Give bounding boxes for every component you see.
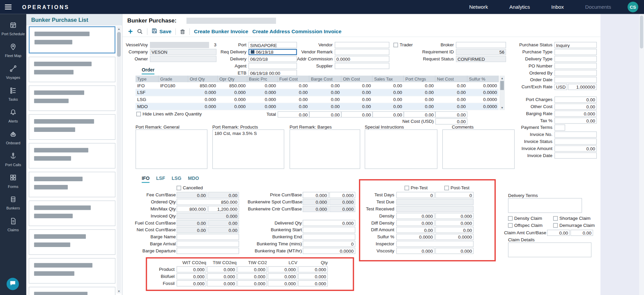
co2-biofuel-lcv[interactable]: 0.000 [268, 273, 297, 279]
company-field[interactable]: VESON [150, 49, 216, 55]
sidebar-item-voyages[interactable]: Voyages [0, 62, 26, 84]
port-field[interactable]: SINGAPORE [249, 42, 297, 48]
claim-details-field[interactable] [508, 242, 592, 257]
diff-amount-post-field[interactable]: 0.00 [435, 227, 474, 233]
save-button[interactable]: Save [152, 28, 171, 35]
claim-amt-curr-field[interactable]: 0.00 [547, 230, 570, 236]
barge-name-field[interactable] [177, 234, 239, 240]
fuel-cost-curr-field[interactable]: 0.00 [177, 220, 208, 226]
port-charges-field[interactable]: 0.00 [554, 97, 597, 103]
ordered-qty-field[interactable]: 850.000 [177, 199, 239, 205]
viscosity-post-field[interactable]: 0.000 [435, 248, 474, 254]
purchase-type-field[interactable] [554, 49, 597, 55]
co2-biofuel-wtt[interactable]: 0.000 [177, 273, 206, 279]
diff-density-post-field[interactable]: 0.000 [435, 220, 474, 226]
nav-documents[interactable]: Documents [585, 4, 611, 10]
order-row-mdo[interactable]: MDO 0.0000.000 0.0000.00 0.000.00 0.000.… [136, 103, 498, 110]
order-row-lsg[interactable]: LSG 0.0000.000 0.0000.00 0.000.00 0.000.… [136, 96, 498, 103]
user-avatar[interactable]: CS [628, 2, 638, 12]
test-received-field[interactable] [396, 206, 474, 212]
barging-rate-field[interactable]: 0.000 [554, 110, 597, 116]
delivery-field[interactable]: 06/20/18 [249, 56, 297, 62]
net-cost-base-field[interactable]: 0.00 [208, 227, 239, 233]
create-bunker-invoice-button[interactable]: Create Bunker Invoice [194, 29, 248, 34]
bunkerwire-spot-base-field[interactable]: 0.000 [329, 199, 355, 205]
list-item[interactable] [29, 57, 115, 82]
co2-biofuel-ttw[interactable]: 0.000 [237, 273, 267, 279]
bunkerwire-cntr-curr-field[interactable]: 0.000 [303, 206, 328, 212]
max-qty-field[interactable]: 1,200.000 [208, 206, 239, 212]
list-item[interactable] [29, 287, 115, 295]
nav-network[interactable]: Network [469, 4, 488, 10]
tab-order[interactable]: Order [142, 67, 154, 75]
sidebar-item-fleet-map[interactable]: Fleet Map [0, 40, 26, 62]
add-button[interactable]: + [128, 28, 133, 35]
density-post-field[interactable]: 0.000 [435, 213, 474, 219]
pre-test-checkbox[interactable]: Pre-Test [405, 185, 428, 190]
nav-inbox[interactable]: Inbox [551, 4, 564, 10]
fee-base-field[interactable]: 0.00 [208, 192, 239, 198]
invoice-no-field[interactable] [554, 132, 597, 138]
invoice-amount-field[interactable]: 0.00 [554, 145, 597, 151]
co2-biofuel-qty[interactable]: 0.000 [298, 273, 328, 279]
po-number-field[interactable] [554, 63, 597, 69]
scroll-up-icon[interactable]: ▲ [499, 76, 505, 81]
sulfur-pre-field[interactable]: 0.0000 [396, 234, 435, 240]
list-scrollbar[interactable]: ▲ ▼ [117, 26, 121, 293]
tab-mdo[interactable]: MDO [188, 176, 199, 183]
list-item[interactable] [29, 201, 115, 226]
vessel-field-redacted[interactable] [150, 42, 209, 48]
broker-field[interactable] [456, 42, 506, 48]
scroll-down-icon[interactable]: ▼ [499, 105, 505, 110]
agent-field[interactable] [249, 63, 297, 69]
net-cost-curr-field[interactable]: 0.00 [177, 227, 208, 233]
bunkerwire-spot-curr-field[interactable]: 0.000 [303, 199, 328, 205]
list-item[interactable] [29, 114, 115, 140]
sidebar-item-alerts[interactable]: Alerts [0, 105, 26, 127]
comments-field[interactable] [442, 130, 515, 169]
diff-density-pre-field[interactable]: 0.000 [396, 220, 435, 226]
ordered-by-field[interactable] [554, 70, 597, 76]
scroll-up-icon[interactable]: ▲ [117, 26, 121, 31]
test-days-pre-field[interactable]: 0 [396, 192, 435, 198]
bunkering-end-field[interactable] [303, 234, 355, 240]
invoice-date-field[interactable] [554, 152, 597, 158]
delete-icon[interactable] [180, 29, 185, 34]
test-days-post-field[interactable]: 0 [435, 192, 474, 198]
sidebar-item-bunkers[interactable]: Bunkers [0, 192, 26, 214]
fee-curr-field[interactable]: 0.00 [177, 192, 208, 198]
bunkering-start-field[interactable] [303, 227, 355, 233]
other-cost-field[interactable]: 0.00 [554, 104, 597, 110]
delivered-qty-field[interactable]: 0.000 [303, 220, 355, 226]
hide-zero-qty-checkbox[interactable]: Hide Lines with Zero Quantity [137, 111, 202, 116]
co2-product-ttw[interactable]: 0.000 [237, 266, 267, 272]
vendor-field[interactable] [335, 42, 389, 48]
co2-product-ttweq[interactable]: 0.000 [207, 266, 236, 272]
hamburger-menu-icon[interactable] [0, 4, 16, 9]
tab-lsg[interactable]: LSG [172, 176, 181, 183]
co2-fossil-ttweq[interactable]: 0.000 [207, 280, 236, 286]
list-scroll-thumb[interactable] [117, 32, 121, 57]
sidebar-item-claims[interactable]: Claims [0, 214, 26, 236]
density-pre-field[interactable]: 0.000 [396, 213, 435, 219]
sidebar-item-port-schedule[interactable]: Port Schedule [0, 18, 26, 40]
co2-product-qty[interactable]: 0.000 [298, 266, 328, 272]
co2-product-wtt[interactable]: 0.000 [177, 266, 206, 272]
sidebar-item-port-calls[interactable]: Port Calls [0, 149, 26, 170]
search-icon[interactable] [137, 28, 143, 34]
list-item-selected[interactable] [29, 26, 115, 53]
price-curr-field[interactable]: 0.000 [303, 192, 328, 198]
trader-checkbox[interactable]: Trader [393, 42, 413, 47]
etb-field[interactable]: 06/19/18 00:00 [249, 70, 297, 76]
create-addr-commission-invoice-button[interactable]: Create Address Commission Invoice [252, 29, 341, 34]
barge-arrival-field[interactable] [177, 241, 239, 247]
co2-biofuel-ttweq[interactable]: 0.000 [207, 273, 236, 279]
min-qty-field[interactable]: 800.000 [177, 206, 208, 212]
cancelled-checkbox[interactable]: Cancelled [177, 185, 203, 190]
inspector-field[interactable] [396, 241, 474, 247]
bunkering-time-field[interactable]: 0 [303, 241, 355, 247]
main-scrollbar[interactable] [639, 14, 644, 295]
purchase-status-field[interactable]: Inquiry [554, 42, 597, 48]
addr-commission-field[interactable]: 0.0000 [335, 56, 389, 62]
invoice-status-field[interactable] [554, 139, 597, 145]
